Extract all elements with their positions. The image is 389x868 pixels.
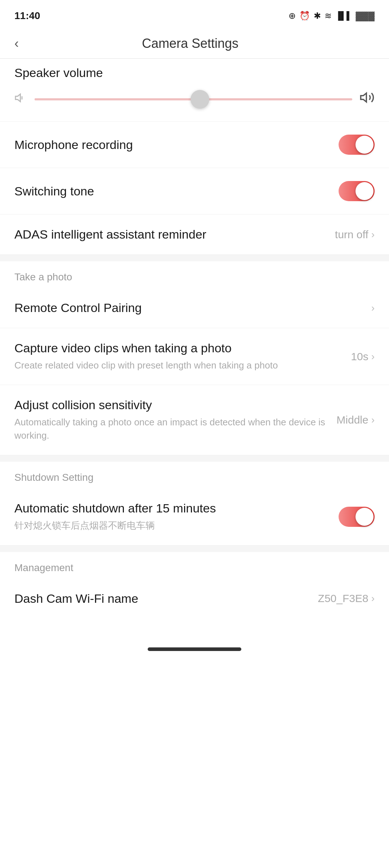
capture-video-clips-row[interactable]: Capture video clips when taking a photo … [0,328,389,385]
status-time: 11:40 [14,10,40,22]
adas-turn-off-value: turn off [335,229,368,241]
section-divider [0,255,389,261]
alarm-icon: ⏰ [299,11,310,21]
volume-slider[interactable] [35,98,352,100]
shutdown-setting-section-label: Shutdown Setting [0,462,389,488]
volume-control [14,90,375,108]
microphone-recording-row: Microphone recording [0,122,389,168]
automatic-shutdown-toggle[interactable] [339,507,375,527]
capture-video-chevron-icon: › [371,351,375,362]
automatic-shutdown-label: Automatic shutdown after 15 minutes [14,501,339,515]
status-bar: 11:40 ⊕ ⏰ ✱ ≋ ▐▌▌ ▓▓▓ [0,0,389,29]
switching-tone-toggle[interactable] [339,181,375,201]
volume-low-icon [14,91,27,107]
capture-video-clips-label: Capture video clips when taking a photo [14,341,344,355]
svg-marker-2 [361,93,367,102]
toggle-knob [356,508,374,526]
back-button[interactable]: ‹ [14,37,19,50]
section-divider-2 [0,455,389,462]
adjust-collision-sensitivity-row[interactable]: Adjust collision sensitivity Automatical… [0,385,389,455]
microphone-recording-label: Microphone recording [14,138,339,152]
switching-tone-label: Switching tone [14,184,339,198]
section-divider-3 [0,546,389,552]
nfc-icon: ⊕ [289,11,296,21]
dash-cam-wifi-row[interactable]: Dash Cam Wi-Fi name Z50_F3E8 › [0,579,389,619]
collision-sensitivity-label: Adjust collision sensitivity [14,398,329,412]
management-section-label: Management [0,552,389,579]
speaker-volume-section: Speaker volume [0,59,389,122]
collision-sensitivity-chevron-icon: › [371,414,375,426]
bluetooth-icon: ✱ [314,11,321,21]
remote-control-pairing-label: Remote Control Pairing [14,301,364,315]
automatic-shutdown-subtitle: 针对熄火锁车后点烟器不断电车辆 [14,519,339,532]
remote-control-pairing-row[interactable]: Remote Control Pairing › [0,288,389,328]
toggle-knob [356,136,374,154]
battery-icon: ▓▓▓ [356,11,375,21]
microphone-recording-toggle[interactable] [339,135,375,155]
switching-tone-row: Switching tone [0,168,389,214]
collision-sensitivity-subtitle: Automatically taking a photo once an imp… [14,416,329,442]
dash-cam-wifi-value: Z50_F3E8 [318,592,368,605]
svg-marker-0 [15,94,21,101]
dash-cam-wifi-label: Dash Cam Wi-Fi name [14,592,311,606]
remote-control-chevron-icon: › [371,302,375,314]
home-indicator [0,640,389,655]
toggle-knob [356,182,374,200]
adas-reminder-label: ADAS intelligent assistant reminder [14,227,328,241]
signal-icon: ▐▌▌ [335,11,352,21]
page-title: Camera Settings [30,36,351,51]
wifi-icon: ≋ [325,11,332,21]
home-bar [148,647,241,651]
toolbar: ‹ Camera Settings [0,29,389,59]
speaker-volume-label: Speaker volume [14,66,375,80]
adas-reminder-row[interactable]: ADAS intelligent assistant reminder turn… [0,214,389,255]
automatic-shutdown-row: Automatic shutdown after 15 minutes 针对熄火… [0,488,389,545]
capture-video-value: 10s [351,351,368,363]
take-a-photo-section-label: Take a photo [0,261,389,288]
dash-cam-wifi-chevron-icon: › [371,593,375,604]
status-icons: ⊕ ⏰ ✱ ≋ ▐▌▌ ▓▓▓ [289,11,375,21]
capture-video-clips-subtitle: Create related video clip with preset le… [14,359,344,372]
volume-high-icon [359,90,375,108]
adas-chevron-icon: › [371,229,375,240]
collision-sensitivity-value: Middle [336,414,368,426]
